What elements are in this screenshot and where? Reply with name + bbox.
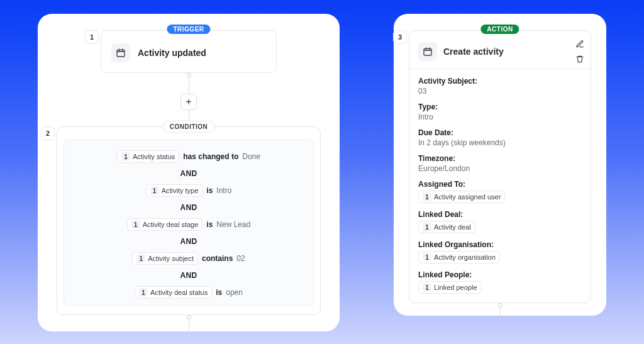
action-field: Due Date:In 2 days (skip weekends) xyxy=(418,128,582,147)
and-separator: AND xyxy=(72,237,306,246)
chip-label: Activity status xyxy=(133,153,175,160)
trigger-pill: TRIGGER xyxy=(167,25,210,34)
operator: is xyxy=(216,288,222,297)
svg-rect-1 xyxy=(424,48,431,55)
action-field: Timezone:Europe/London xyxy=(418,154,582,173)
action-field: Linked Organisation:1Activity organisati… xyxy=(418,240,582,264)
field-value: Intro xyxy=(418,113,582,121)
field-label: Linked People: xyxy=(418,270,582,279)
condition-pill: CONDITION xyxy=(163,121,215,133)
and-separator: AND xyxy=(72,169,306,178)
field-chip: 1Activity type xyxy=(146,184,203,197)
value: Done xyxy=(242,152,260,161)
connector xyxy=(404,303,596,319)
condition-body: 1Activity status has changed to DoneAND1… xyxy=(64,140,314,306)
chip-step-number: 1 xyxy=(131,220,140,229)
operator: is xyxy=(206,186,213,195)
trigger-title: Activity updated xyxy=(138,48,206,58)
field-value: 03 xyxy=(418,87,582,96)
calendar-icon xyxy=(111,43,130,62)
calendar-icon xyxy=(418,42,437,61)
field-chip: 1Activity deal xyxy=(418,221,475,233)
chip-step-number: 1 xyxy=(150,186,159,195)
field-chip: 1Linked people xyxy=(418,281,482,294)
chip-step-number: 1 xyxy=(136,254,145,263)
edit-icon[interactable] xyxy=(573,37,587,51)
chip-step-number: 1 xyxy=(121,152,130,161)
action-body: Activity Subject:03Type:IntroDue Date:In… xyxy=(409,69,591,302)
action-field: Activity Subject:03 xyxy=(418,77,582,96)
action-field: Type:Intro xyxy=(418,103,582,121)
trigger-card[interactable]: 1 TRIGGER Activity updated xyxy=(101,30,277,73)
connector xyxy=(48,315,330,335)
operator: is xyxy=(206,220,213,229)
value: open xyxy=(226,288,243,297)
value: 02 xyxy=(236,254,245,263)
condition-row[interactable]: 1Activity subject contains 02 xyxy=(72,252,306,265)
chip-label: Activity organisation xyxy=(434,253,496,261)
operator: contains xyxy=(202,254,233,263)
action-title: Create activity xyxy=(443,47,504,57)
chip-label: Linked people xyxy=(434,284,477,291)
value: Intro xyxy=(216,186,231,195)
condition-row[interactable]: 1Activity deal stage is New Lead xyxy=(72,218,306,231)
condition-row[interactable]: 1Activity deal status is open xyxy=(72,286,306,299)
action-field: Linked People:1Linked people xyxy=(418,270,582,294)
condition-row[interactable]: 1Activity status has changed to Done xyxy=(72,150,306,163)
step-number-badge: 3 xyxy=(393,30,407,44)
chip-step-number: 1 xyxy=(139,288,148,297)
chip-label: Activity deal xyxy=(434,223,471,231)
chip-step-number: 1 xyxy=(423,283,431,292)
chip-step-number: 1 xyxy=(423,223,431,231)
action-card[interactable]: 3 ACTION Create activity Activity Subjec… xyxy=(409,30,591,303)
connector: + xyxy=(48,73,330,126)
chip-label: Activity deal status xyxy=(150,289,208,296)
field-chip: 1Activity subject xyxy=(132,252,198,265)
chip-label: Activity assigned user xyxy=(434,193,501,201)
action-field: Linked Deal:1Activity deal xyxy=(418,210,582,233)
operator: has changed to xyxy=(183,152,238,161)
field-chip: 1Activity status xyxy=(117,150,179,163)
field-label: Activity Subject: xyxy=(418,77,582,86)
field-label: Timezone: xyxy=(418,154,582,163)
and-separator: AND xyxy=(72,203,306,212)
field-label: Type: xyxy=(418,103,582,111)
step-number-badge: 2 xyxy=(41,126,55,140)
delete-icon[interactable] xyxy=(573,52,587,66)
field-chip: 1Activity assigned user xyxy=(418,191,505,203)
chip-step-number: 1 xyxy=(423,192,431,201)
workflow-panel-left: 1 TRIGGER Activity updated + 2 CONDITION… xyxy=(38,14,340,331)
field-chip: 1Activity deal stage xyxy=(127,218,203,231)
field-chip: 1Activity deal status xyxy=(135,286,212,299)
value: New Lead xyxy=(216,220,250,229)
chip-label: Activity subject xyxy=(148,255,194,262)
svg-rect-0 xyxy=(117,50,125,57)
field-label: Due Date: xyxy=(418,128,582,137)
workflow-panel-right: 3 ACTION Create activity Activity Subjec… xyxy=(394,14,606,316)
step-number-badge: 1 xyxy=(85,30,99,44)
chip-step-number: 1 xyxy=(423,253,431,262)
condition-card[interactable]: 2 CONDITION 1Activity status has changed… xyxy=(57,126,321,315)
field-value: In 2 days (skip weekends) xyxy=(418,138,582,147)
condition-row[interactable]: 1Activity type is Intro xyxy=(72,184,306,197)
chip-label: Activity type xyxy=(162,187,199,194)
field-label: Linked Organisation: xyxy=(418,240,582,249)
and-separator: AND xyxy=(72,271,306,280)
chip-label: Activity deal stage xyxy=(143,221,199,228)
add-step-button[interactable]: + xyxy=(180,94,197,110)
field-label: Linked Deal: xyxy=(418,210,582,219)
field-value: Europe/London xyxy=(418,164,582,173)
field-chip: 1Activity organisation xyxy=(418,251,500,264)
field-label: Assigned To: xyxy=(418,180,582,189)
action-field: Assigned To:1Activity assigned user xyxy=(418,180,582,203)
